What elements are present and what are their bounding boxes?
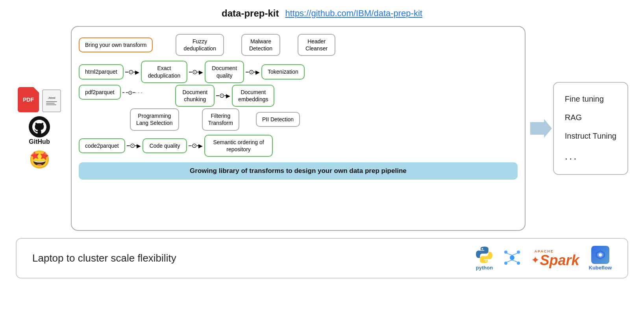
github-icon-wrap: GitHub xyxy=(29,116,50,145)
pdf-pipeline-row: pdf2parquet ⊙ - - - Documentchunking xyxy=(79,85,518,107)
malware-node: MalwareDetection xyxy=(241,34,280,56)
instruct-tuning-label: Instruct Tuning xyxy=(565,132,616,141)
python-label: python xyxy=(476,265,493,271)
doc-chunking-node: Documentchunking xyxy=(175,85,215,107)
svg-point-2 xyxy=(504,251,507,254)
bottom-bar: Laptop to cluster scale flexibility pyth… xyxy=(16,238,628,279)
page-title: data-prep-kit xyxy=(222,8,279,19)
diagram-box: Bring your own transform Fuzzydeduplicat… xyxy=(71,26,526,231)
html-line xyxy=(46,101,57,102)
svg-marker-0 xyxy=(530,119,552,138)
bring-own-label: Bring your own transform xyxy=(85,42,146,48)
code2parquet-node: code2parquet xyxy=(79,138,125,153)
svg-line-9 xyxy=(512,260,517,262)
github-link[interactable]: https://github.com/IBM/data-prep-kit xyxy=(285,8,422,19)
prog-lang-node: ProgrammingLang Selection xyxy=(130,108,179,130)
python-logo: python xyxy=(475,246,493,271)
pdf2parquet-node: pdf2parquet xyxy=(79,85,121,100)
exact-dedup-node: Exactdeduplication xyxy=(141,61,188,83)
html2parquet-node: html2parquet xyxy=(79,64,124,79)
misc-row: ProgrammingLang Selection FilteringTrans… xyxy=(130,108,518,130)
header-cleanser-node: HeaderCleanser xyxy=(298,34,335,56)
arrow3: ⊙ ▶ xyxy=(246,68,260,76)
arrow5: ⊙ ▶ xyxy=(127,142,141,149)
github-circle xyxy=(29,116,50,137)
svg-line-8 xyxy=(507,260,512,262)
more-label: ... xyxy=(565,150,616,162)
pii-node: PII Detection xyxy=(256,112,300,127)
svg-point-4 xyxy=(504,262,507,265)
bottom-logos: python APACHE xyxy=(475,246,612,271)
filtering-node: FilteringTransform xyxy=(202,108,239,130)
kubeflow-label: Kubeflow xyxy=(589,265,612,271)
bottom-label: Laptop to cluster scale flexibility xyxy=(32,252,176,264)
svg-point-5 xyxy=(517,262,520,265)
html-pipeline-row: html2parquet ⊙ ▶ Exactdeduplication ⊙ ▶ … xyxy=(79,61,518,83)
pdf-label: PDF xyxy=(23,97,34,103)
pdf2parquet-col: pdf2parquet xyxy=(79,85,121,100)
emoji-icon: 🤩 xyxy=(29,149,50,170)
doc-embeddings-node: Documentembeddings xyxy=(232,85,274,107)
doc-quality-node: Documentquality xyxy=(205,61,244,83)
semantic-order-node: Semantic ordering ofrepository xyxy=(204,135,272,157)
kubeflow-logo: Kubeflow xyxy=(589,246,612,271)
page: data-prep-kit https://github.com/IBM/dat… xyxy=(0,0,644,312)
file-icons-row: PDF .html xyxy=(18,87,61,112)
arrow6: ⊙ ▶ xyxy=(189,142,203,149)
svg-point-12 xyxy=(599,253,602,256)
html-line xyxy=(46,103,55,104)
pdf-icon: PDF xyxy=(18,87,39,112)
spark-main-label: Spark xyxy=(540,253,579,267)
rag-label: RAG xyxy=(565,113,616,122)
main-area: PDF .html xyxy=(16,26,628,231)
html-label: .html xyxy=(48,96,55,100)
spark-logo: APACHE ✦ Spark xyxy=(531,249,579,267)
github-label: GitHub xyxy=(29,138,50,145)
code-quality-node: Code quality xyxy=(142,138,187,153)
dashed-arrow-pdf: ⊙ - - - xyxy=(122,89,142,96)
chunking-row: Documentchunking ⊙ ▶ Documentembeddings xyxy=(175,85,274,107)
svg-line-7 xyxy=(512,253,517,255)
output-box: Fine tuning RAG Instruct Tuning ... xyxy=(553,82,628,175)
svg-point-3 xyxy=(517,251,520,254)
svg-point-1 xyxy=(510,255,514,260)
svg-line-6 xyxy=(507,253,512,255)
header: data-prep-kit https://github.com/IBM/dat… xyxy=(222,8,422,19)
fine-tuning-label: Fine tuning xyxy=(565,95,616,104)
ray-icon xyxy=(503,248,522,269)
blue-banner: Growing library of transforms to design … xyxy=(79,162,518,180)
html-icon: .html xyxy=(42,89,61,112)
top-row: Bring your own transform Fuzzydeduplicat… xyxy=(79,34,518,56)
big-arrow xyxy=(529,119,553,138)
fuzzy-dedup-node: Fuzzydeduplication xyxy=(176,34,224,56)
left-icons: PDF .html xyxy=(16,87,67,170)
kubeflow-icon xyxy=(591,246,609,264)
html-lines xyxy=(45,100,58,106)
code-pipeline-row: code2parquet ⊙ ▶ Code quality ⊙ ▶ Semant… xyxy=(79,135,518,157)
html-line xyxy=(46,104,56,105)
bring-own-transform-node: Bring your own transform xyxy=(79,37,153,52)
arrow4: ⊙ ▶ xyxy=(216,92,230,99)
arrow1: ⊙ ▶ xyxy=(125,68,139,76)
arrow2: ⊙ ▶ xyxy=(189,68,203,76)
chunking-embeddings-col: Documentchunking ⊙ ▶ Documentembeddings xyxy=(175,85,274,107)
tokenization-node: Tokenization xyxy=(261,64,305,79)
